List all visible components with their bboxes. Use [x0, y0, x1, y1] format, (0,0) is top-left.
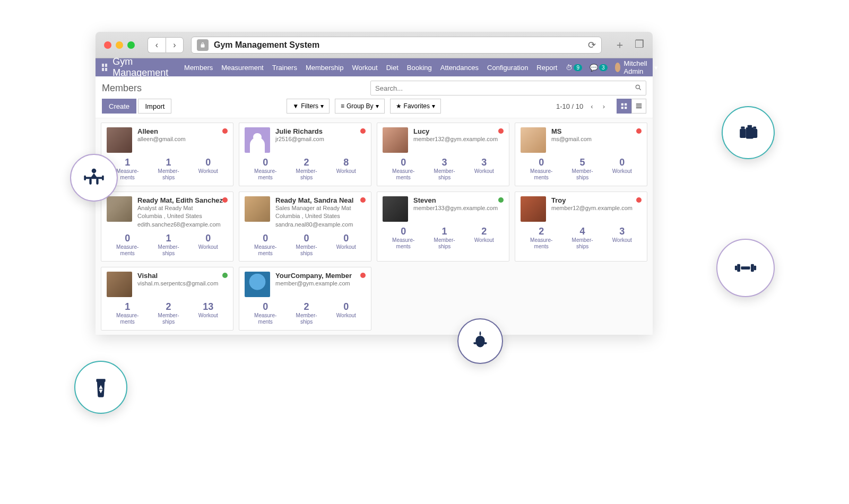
- stat-memberships-value: 1: [158, 233, 179, 244]
- svg-rect-21: [741, 266, 750, 270]
- stat-memberships-label: Member- ships: [158, 312, 179, 325]
- stat-memberships-value: 2: [296, 301, 317, 312]
- stat-workout-value: 8: [336, 157, 356, 168]
- stat-measurements-label: Measure- ments: [530, 237, 552, 250]
- stat-memberships-value: 2: [158, 301, 179, 312]
- copy-tab-icon[interactable]: ❐: [635, 38, 644, 52]
- browser-window: ‹ › Gym Management System ⟳ ＋ ❐ Gym Mana…: [96, 32, 653, 335]
- member-card[interactable]: Vishalvishal.m.serpentcs@gmail.com1Measu…: [101, 267, 233, 331]
- stat-memberships-label: Member- ships: [572, 168, 593, 181]
- minimize-window-icon[interactable]: [116, 41, 123, 49]
- nav-diet[interactable]: Diet: [386, 64, 398, 72]
- stat-measurements-value: 1: [116, 157, 138, 168]
- member-card[interactable]: Alleenalleen@gmail.com1Measure- ments1Me…: [101, 123, 233, 186]
- maximize-window-icon[interactable]: [127, 41, 135, 49]
- member-detail: Sales Manager at Ready Mat: [275, 204, 366, 212]
- nav-trainers[interactable]: Trainers: [272, 64, 297, 72]
- shaker-bottle-icon: [74, 361, 127, 414]
- user-menu[interactable]: Mitchell Admin ▾: [615, 59, 658, 75]
- create-button[interactable]: Create: [102, 99, 136, 114]
- stat-measurements-label: Measure- ments: [392, 237, 414, 250]
- member-card[interactable]: Julie Richardsjr2516@gmail.com0Measure- …: [239, 123, 371, 186]
- favorites-button[interactable]: ★ Favorites ▾: [390, 99, 441, 114]
- caret-down-icon: ▾: [654, 64, 658, 72]
- member-card[interactable]: YourCompany, Membermember@gym.example.co…: [239, 267, 371, 331]
- member-name: Julie Richards: [275, 127, 366, 135]
- member-name: Ready Mat, Edith Sanchez: [137, 196, 228, 204]
- member-card[interactable]: Stevenmember133@gym.example.com0Measure-…: [377, 192, 509, 262]
- member-avatar: [107, 127, 132, 153]
- members-kanban: Alleenalleen@gmail.com1Measure- ments1Me…: [96, 118, 653, 335]
- svg-rect-25: [754, 266, 756, 271]
- caret-down-icon: ▾: [320, 102, 324, 110]
- stat-workout-value: 0: [612, 157, 632, 168]
- nav-attendances[interactable]: Attendances: [440, 64, 479, 72]
- stat-memberships-label: Member- ships: [296, 168, 317, 181]
- address-bar[interactable]: Gym Management System ⟳: [191, 37, 602, 54]
- nav-membership[interactable]: Membership: [306, 64, 344, 72]
- stat-workout-value: 0: [336, 301, 356, 312]
- member-name: MS: [551, 127, 642, 135]
- svg-rect-12: [102, 176, 104, 180]
- status-dot: [222, 128, 228, 134]
- search-input[interactable]: [370, 81, 646, 95]
- stat-memberships-label: Member- ships: [296, 244, 317, 257]
- groupby-button[interactable]: ≡ Group By ▾: [335, 99, 385, 114]
- close-window-icon[interactable]: [104, 41, 111, 49]
- browser-tab-actions: ＋ ❐: [614, 38, 644, 52]
- svg-rect-5: [625, 107, 627, 109]
- window-controls: [104, 41, 135, 49]
- stat-workout-label: Workout: [612, 237, 632, 244]
- member-card[interactable]: Ready Mat, Sandra NealSales Manager at R…: [239, 192, 371, 262]
- status-dot: [636, 128, 642, 134]
- pager-prev[interactable]: ‹: [588, 100, 595, 112]
- messages-indicator[interactable]: 💬 3: [590, 64, 608, 72]
- control-panel: Members Create Import ▼ Filters ▾: [96, 76, 653, 118]
- stat-memberships-value: 5: [572, 157, 593, 168]
- svg-rect-4: [621, 107, 623, 109]
- dumbbell-icon: [716, 239, 775, 297]
- weightlifter-icon: [70, 154, 118, 202]
- apps-grid-icon[interactable]: [102, 64, 107, 71]
- member-card[interactable]: Troymember12@gym.example.com2Measure- me…: [515, 192, 647, 262]
- svg-rect-22: [737, 264, 740, 272]
- search-icon[interactable]: [635, 84, 642, 93]
- back-button[interactable]: ‹: [148, 37, 166, 53]
- stat-workout-label: Workout: [612, 168, 632, 175]
- pager-next[interactable]: ›: [601, 100, 607, 112]
- nav-configuration[interactable]: Configuration: [487, 64, 528, 72]
- member-card[interactable]: Ready Mat, Edith SanchezAnalyst at Ready…: [101, 192, 233, 262]
- member-detail: member12@gym.example.com: [551, 204, 642, 212]
- stat-memberships-label: Member- ships: [434, 168, 455, 181]
- nav-members[interactable]: Members: [184, 64, 213, 72]
- funnel-icon: ▼: [292, 102, 299, 110]
- import-button[interactable]: Import: [138, 99, 171, 114]
- lock-icon: [197, 39, 209, 51]
- stat-memberships-value: 1: [434, 226, 455, 237]
- member-card[interactable]: MSms@gmail.com0Measure- ments5Member- sh…: [515, 123, 647, 186]
- stat-measurements-label: Measure- ments: [116, 312, 138, 325]
- app-brand[interactable]: Gym Management: [102, 56, 170, 79]
- svg-rect-2: [621, 103, 623, 106]
- stat-measurements-value: 0: [392, 226, 414, 237]
- nav-measurement[interactable]: Measurement: [221, 64, 263, 72]
- nav-workout[interactable]: Workout: [352, 64, 377, 72]
- reload-icon[interactable]: ⟳: [588, 39, 596, 51]
- forward-button[interactable]: ›: [166, 37, 184, 53]
- member-detail: Columbia , United States: [137, 212, 228, 220]
- nav-report[interactable]: Report: [536, 64, 557, 72]
- app-navbar: Gym Management MembersMeasurementTrainer…: [96, 58, 653, 76]
- nav-booking[interactable]: Booking: [407, 64, 432, 72]
- new-tab-icon[interactable]: ＋: [614, 38, 625, 52]
- kanban-view-button[interactable]: [617, 99, 631, 114]
- filters-button[interactable]: ▼ Filters ▾: [287, 99, 330, 114]
- stat-measurements-value: 0: [530, 157, 552, 168]
- nutrition-icon: [457, 318, 503, 364]
- stat-measurements-value: 0: [254, 301, 276, 312]
- svg-line-1: [639, 89, 641, 90]
- list-view-button[interactable]: [631, 99, 646, 114]
- activity-indicator[interactable]: ⏱ 9: [566, 64, 582, 72]
- stat-measurements-value: 1: [116, 301, 138, 312]
- stat-measurements-label: Measure- ments: [116, 168, 138, 181]
- member-card[interactable]: Lucymember132@gym.example.com0Measure- m…: [377, 123, 509, 186]
